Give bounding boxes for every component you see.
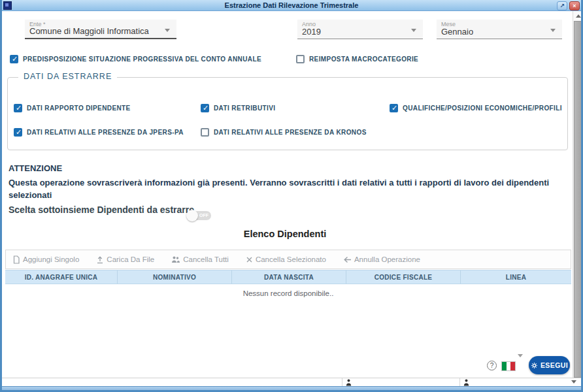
ente-value: Comune di Maggioli Informatica <box>29 26 149 36</box>
close-window-button[interactable]: × <box>569 1 580 10</box>
cancella-selezionato-button[interactable]: Cancella Selezionato <box>246 255 326 263</box>
help-button[interactable]: ? <box>487 361 497 370</box>
file-icon <box>12 255 20 264</box>
grid-toolbar: Aggiungi Singolo Carica Da File Cancella… <box>5 250 571 269</box>
carica-da-file-button[interactable]: Carica Da File <box>96 255 154 264</box>
user-icon <box>346 379 352 386</box>
column-header-linea[interactable]: LINEA <box>461 270 571 284</box>
checkbox-predisposizione[interactable]: PREDISPOSIZIONE SITUAZIONE PROGRESSIVA D… <box>10 55 261 63</box>
cancella-tutti-button[interactable]: Cancella Tutti <box>171 255 229 263</box>
mese-value: Gennaio <box>441 27 473 37</box>
checkbox-qualifiche[interactable]: QUALIFICHE/POSIZIONI ECONOMICHE/PROFILI <box>390 104 562 112</box>
toggle-state-label: OFF <box>199 213 208 218</box>
chevron-down-icon <box>411 29 416 32</box>
mese-select[interactable]: Mese Gennaio <box>437 20 562 39</box>
anno-select[interactable]: Anno 2019 <box>297 20 423 39</box>
scrollbar-thumb[interactable] <box>574 21 582 378</box>
column-header-id-anagrafe[interactable]: ID. ANAGRAFE UNICA <box>5 270 118 284</box>
checkbox-presenze-kronos[interactable]: DATI RELATIVI ALLE PRESENZE DA KRONOS <box>201 128 367 137</box>
chevron-down-icon <box>165 29 170 32</box>
restore-window-button[interactable]: ↗ <box>557 1 567 10</box>
gear-icon <box>531 362 538 369</box>
dati-da-estrarre-fieldset: DATI DA ESTRARRE <box>7 77 568 150</box>
toggle-knob <box>186 210 198 221</box>
checkbox-presenze-jpers[interactable]: DATI RELATIVI ALLE PRESENZE DA JPERS-PA <box>14 128 184 137</box>
window-title: Estrazione Dati Rilevazione Trimestrale <box>0 1 583 9</box>
language-caret-icon[interactable] <box>518 354 523 357</box>
elenco-title: Elenco Dipendenti <box>2 229 568 239</box>
checkbox-icon <box>201 104 209 112</box>
people-icon <box>171 255 180 263</box>
background-grid-filter-row <box>0 378 583 386</box>
aggiungi-singolo-button[interactable]: Aggiungi Singolo <box>12 255 79 264</box>
checkbox-icon <box>296 55 305 63</box>
column-header-codice-fiscale[interactable]: CODICE FISCALE <box>346 270 461 284</box>
checkbox-icon <box>14 128 22 137</box>
filter-icon[interactable] <box>571 380 576 384</box>
ente-select[interactable]: Ente * Comune di Maggioli Informatica <box>25 20 176 39</box>
fieldset-legend: DATI DA ESTRARRE <box>18 72 117 81</box>
subset-toggle-switch[interactable]: OFF <box>188 211 211 220</box>
esegui-label: ESEGUI <box>541 361 568 369</box>
subset-toggle-label: Scelta sottoinsieme Dipendenti da estrar… <box>8 204 194 215</box>
grid-header-row: ID. ANAGRAFE UNICA NOMINATIVO DATA NASCI… <box>5 270 571 284</box>
column-header-data-nascita[interactable]: DATA NASCITA <box>232 270 346 284</box>
checkbox-icon <box>390 104 398 112</box>
titlebar: Estrazione Dati Rilevazione Trimestrale … <box>0 0 583 11</box>
column-header-nominativo[interactable]: NOMINATIVO <box>118 270 232 284</box>
language-flag-icon[interactable] <box>501 361 516 371</box>
anno-value: 2019 <box>302 27 321 37</box>
esegui-button[interactable]: ESEGUI <box>529 356 570 374</box>
checkbox-dati-rapporto[interactable]: DATI RAPPORTO DIPENDENTE <box>14 104 131 112</box>
user-icon <box>463 379 469 386</box>
grid-empty-message: Nessun record disponibile.. <box>5 289 571 297</box>
vertical-scrollbar[interactable] <box>573 11 583 378</box>
checkbox-reimposta[interactable]: REIMPOSTA MACROCATEGORIE <box>296 55 418 63</box>
horizontal-scrollbar[interactable] <box>0 386 583 392</box>
chevron-down-icon <box>550 29 556 32</box>
checkbox-icon <box>201 128 209 137</box>
scroll-up-icon[interactable] <box>573 11 583 21</box>
upload-icon <box>96 255 104 264</box>
undo-icon <box>343 256 352 263</box>
checkbox-icon <box>14 104 22 112</box>
x-icon <box>246 256 253 263</box>
checkbox-icon <box>10 55 18 63</box>
warning-title: ATTENZIONE <box>8 163 62 173</box>
warning-message: Questa operazione sovrascriverà informaz… <box>8 177 565 202</box>
annulla-operazione-button[interactable]: Annulla Operazione <box>343 255 420 263</box>
dialog-window: Estrazione Dati Rilevazione Trimestrale … <box>0 0 583 392</box>
checkbox-dati-retributivi[interactable]: DATI RETRIBUTIVI <box>201 104 276 112</box>
